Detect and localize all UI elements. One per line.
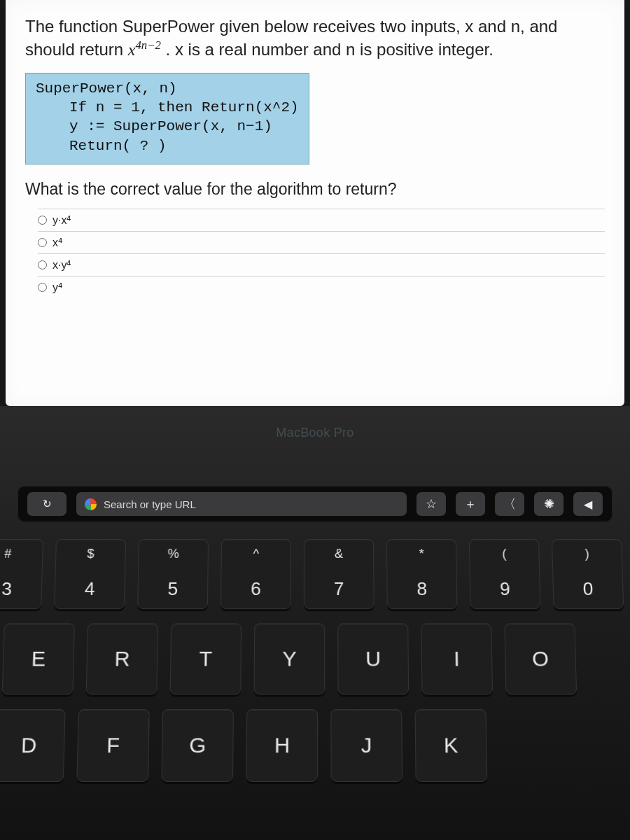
radio-icon bbox=[38, 216, 47, 225]
option-label: y⁴ bbox=[52, 281, 62, 294]
bookmark-button[interactable]: ☆ bbox=[416, 492, 446, 516]
keyboard: #3 $4 %5 ^6 &7 *8 (9 )0 E R T Y U I O D … bbox=[0, 539, 630, 782]
option-label: x⁴ bbox=[52, 236, 62, 249]
key-u[interactable]: U bbox=[337, 623, 409, 694]
brightness-icon: ✺ bbox=[544, 496, 554, 512]
touch-bar: ↻ Search or type URL ☆ ＋ 〈 ✺ ◀ bbox=[18, 486, 612, 522]
url-search-field[interactable]: Search or type URL bbox=[76, 492, 407, 516]
chevron-left-icon: 〈 bbox=[503, 496, 516, 512]
q-line2b: . x is a real number and n is positive i… bbox=[166, 40, 493, 59]
key-6[interactable]: ^6 bbox=[220, 539, 291, 609]
new-tab-button[interactable]: ＋ bbox=[456, 492, 485, 516]
search-placeholder: Search or type URL bbox=[104, 498, 196, 510]
key-e[interactable]: E bbox=[2, 623, 75, 694]
key-f[interactable]: F bbox=[76, 709, 149, 782]
key-y[interactable]: Y bbox=[254, 623, 326, 694]
back-button[interactable]: 〈 bbox=[495, 492, 524, 516]
key-3[interactable]: #3 bbox=[0, 539, 43, 609]
code-l1: SuperPower(x, n) bbox=[36, 79, 299, 98]
key-i[interactable]: I bbox=[421, 623, 493, 694]
option-label: y·x⁴ bbox=[52, 214, 71, 227]
google-icon bbox=[85, 498, 97, 510]
volume-icon: ◀ bbox=[584, 498, 592, 511]
key-o[interactable]: O bbox=[504, 623, 577, 694]
q-line1: The function SuperPower given below rece… bbox=[25, 17, 557, 36]
key-5[interactable]: %5 bbox=[137, 539, 209, 609]
radio-icon bbox=[38, 283, 47, 292]
refresh-icon: ↻ bbox=[43, 498, 52, 510]
quiz-screen: The function SuperPower given below rece… bbox=[6, 0, 624, 406]
key-row-numbers: #3 $4 %5 ^6 &7 *8 (9 )0 bbox=[0, 539, 630, 609]
option-4[interactable]: y⁴ bbox=[38, 276, 605, 298]
key-g[interactable]: G bbox=[161, 709, 233, 782]
key-t[interactable]: T bbox=[170, 623, 241, 694]
option-3[interactable]: x·y⁴ bbox=[38, 253, 605, 276]
code-l3: y := SuperPower(x, n−1) bbox=[69, 117, 299, 136]
brightness-button[interactable]: ✺ bbox=[534, 492, 564, 516]
brand-label: MacBook Pro bbox=[0, 426, 630, 440]
laptop-deck: MacBook Pro ↻ Search or type URL ☆ ＋ 〈 ✺… bbox=[0, 406, 630, 840]
key-k[interactable]: K bbox=[415, 709, 488, 782]
radio-icon bbox=[38, 238, 47, 247]
key-8[interactable]: *8 bbox=[386, 539, 458, 609]
expr-sup: 4n−2 bbox=[135, 38, 161, 52]
option-1[interactable]: y·x⁴ bbox=[38, 209, 605, 231]
star-icon: ☆ bbox=[426, 496, 437, 512]
radio-icon bbox=[38, 260, 47, 270]
plus-icon: ＋ bbox=[464, 496, 477, 512]
key-h[interactable]: H bbox=[246, 709, 318, 782]
sub-question: What is the correct value for the algori… bbox=[25, 180, 605, 199]
key-9[interactable]: (9 bbox=[469, 539, 540, 609]
option-2[interactable]: x⁴ bbox=[38, 231, 605, 253]
q-line2a: should return bbox=[25, 40, 128, 59]
key-r[interactable]: R bbox=[86, 623, 158, 694]
refresh-button[interactable]: ↻ bbox=[27, 492, 66, 516]
expr-base: x bbox=[128, 41, 136, 59]
volume-button[interactable]: ◀ bbox=[573, 492, 603, 516]
key-d[interactable]: D bbox=[0, 709, 66, 782]
option-label: x·y⁴ bbox=[52, 258, 71, 272]
question-text: The function SuperPower given below rece… bbox=[25, 15, 605, 62]
code-block: SuperPower(x, n) If n = 1, then Return(x… bbox=[25, 73, 309, 164]
options-list: y·x⁴ x⁴ x·y⁴ y⁴ bbox=[38, 209, 605, 298]
code-l2: If n = 1, then Return(x^2) bbox=[69, 98, 299, 117]
key-7[interactable]: &7 bbox=[304, 539, 374, 609]
key-4[interactable]: $4 bbox=[54, 539, 126, 609]
code-l4: Return( ? ) bbox=[69, 136, 299, 155]
key-row-qwerty: E R T Y U I O bbox=[2, 623, 630, 694]
key-0[interactable]: )0 bbox=[552, 539, 624, 609]
key-row-asdf: D F G H J K bbox=[0, 709, 630, 782]
key-j[interactable]: J bbox=[330, 709, 402, 782]
